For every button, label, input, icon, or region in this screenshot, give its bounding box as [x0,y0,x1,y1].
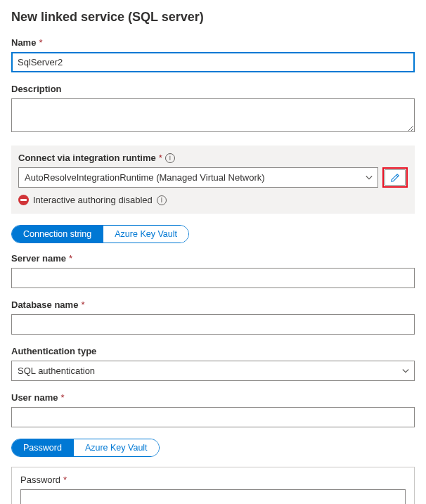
required-asterisk: * [63,474,67,485]
edit-runtime-button[interactable] [385,169,406,186]
server-name-label-text: Server name [11,253,66,264]
runtime-status-text: Interactive authoring disabled [33,195,153,205]
password-label-text: Password [20,474,60,485]
user-name-block: User name * [11,392,415,427]
required-asterisk: * [39,37,42,48]
runtime-label: Connect via integration runtime * i [18,153,408,163]
tab-connection-string[interactable]: Connection string [12,226,103,243]
info-icon[interactable]: i [165,153,175,163]
auth-type-label: Authentication type [11,346,415,356]
database-name-label: Database name * [11,299,415,310]
password-section: Password * [11,467,415,504]
description-field-block: Description [11,84,415,134]
runtime-select[interactable] [18,167,378,188]
user-name-label: User name * [11,392,415,403]
password-input[interactable] [20,489,406,504]
database-name-label-text: Database name [11,299,78,310]
runtime-status-row: Interactive authoring disabled i [18,195,408,205]
auth-type-block: Authentication type [11,346,415,381]
database-name-input[interactable] [11,314,415,335]
description-input[interactable] [11,98,415,132]
connection-source-tabs: Connection string Azure Key Vault [11,225,189,243]
pencil-icon [390,173,400,183]
name-input[interactable] [11,52,415,72]
required-asterisk: * [81,299,84,310]
auth-type-label-text: Authentication type [11,346,96,356]
required-asterisk: * [159,153,162,163]
page-title: New linked service (SQL server) [11,10,415,25]
server-name-label: Server name * [11,253,415,264]
name-field-block: Name * [11,37,415,72]
blocked-icon [18,195,29,205]
tab-password-akv[interactable]: Azure Key Vault [73,439,159,456]
password-source-tabs: Password Azure Key Vault [11,439,160,457]
user-name-label-text: User name [11,392,58,403]
database-name-block: Database name * [11,299,415,335]
required-asterisk: * [69,253,72,264]
server-name-input[interactable] [11,268,415,288]
name-label-text: Name [11,37,36,48]
description-label: Description [11,84,415,94]
password-label: Password * [20,474,406,485]
name-label: Name * [11,37,415,48]
user-name-input[interactable] [11,407,415,427]
runtime-label-text: Connect via integration runtime [18,153,156,163]
required-asterisk: * [60,392,64,403]
integration-runtime-section: Connect via integration runtime * i Inte… [11,146,415,214]
info-icon[interactable]: i [157,195,167,205]
tab-azure-key-vault[interactable]: Azure Key Vault [103,226,188,243]
description-label-text: Description [11,84,62,94]
edit-runtime-highlight [382,167,408,188]
auth-type-select[interactable] [11,361,415,381]
server-name-block: Server name * [11,253,415,288]
tab-password[interactable]: Password [12,439,73,456]
